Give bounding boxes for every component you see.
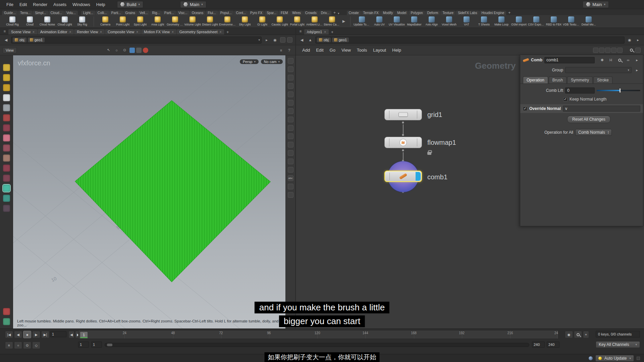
viewport-tool-icon[interactable]: [3, 318, 10, 325]
shelf-tab[interactable]: Grains: [123, 11, 137, 15]
viewport-display-icon[interactable]: [288, 108, 293, 114]
shelf-tab[interactable]: Cloud...: [49, 11, 64, 15]
menubar-item[interactable]: Edit: [16, 1, 30, 8]
scope-icon[interactable]: ◉: [565, 331, 573, 338]
viewport-display-icon[interactable]: [288, 184, 293, 189]
viewport-display-icon[interactable]: [288, 117, 293, 122]
tab-symmetry[interactable]: Symmetry: [567, 76, 593, 83]
shelf-tab[interactable]: Polygon: [409, 11, 425, 15]
pane-menu-icon[interactable]: ≡: [1, 28, 8, 35]
viewport-display-icon[interactable]: [288, 92, 293, 97]
shelf-tool[interactable]: T Sheets: [476, 16, 492, 26]
cook-mode-icon[interactable]: [589, 356, 593, 360]
viewport-display-icon[interactable]: [288, 83, 293, 89]
tab-brush[interactable]: Brush: [549, 76, 567, 83]
path-chip[interactable]: geo1: [332, 38, 349, 42]
shelf-add-tab-button[interactable]: +: [331, 10, 338, 15]
shelf-tab[interactable]: Guide...: [2, 11, 18, 15]
viewport-display-icon[interactable]: [288, 142, 293, 147]
comb-lift-slider[interactable]: [597, 90, 640, 91]
shelf-tab[interactable]: Terra...: [18, 11, 33, 15]
pane-tab[interactable]: Render View ×: [74, 29, 105, 35]
shelf-add-tab-button-2[interactable]: +: [506, 10, 513, 15]
viewport-display-icon[interactable]: [288, 133, 293, 139]
shelf-tool[interactable]: Distant Light: [202, 16, 218, 26]
shelf-tab[interactable]: Modify: [381, 11, 395, 15]
shelf-tool[interactable]: Spot Light: [132, 16, 149, 26]
shelf-tab[interactable]: Model: [395, 11, 408, 15]
viewport-display-icon[interactable]: [288, 167, 293, 173]
list-view-icon[interactable]: [599, 48, 604, 53]
network-menu-item[interactable]: Add: [299, 47, 313, 54]
viewport-display-icon[interactable]: [288, 159, 293, 164]
close-icon[interactable]: ×: [172, 30, 174, 34]
timeline-options-icon[interactable]: +: [583, 331, 589, 338]
shelf-tab[interactable]: Crowds: [303, 11, 319, 15]
grid-view-icon[interactable]: [605, 48, 610, 53]
path-chip[interactable]: obj: [13, 38, 26, 42]
group-dropdown[interactable]: ▾: [565, 67, 632, 73]
network-menu-item[interactable]: Edit: [313, 47, 326, 54]
realtime-toggle-icon[interactable]: ◇: [32, 342, 40, 349]
shelf-tool[interactable]: Stereo Camera: [324, 16, 340, 26]
shelf-tab[interactable]: FEM: [279, 11, 290, 15]
fur-grid-geometry[interactable]: [75, 101, 270, 282]
node-input-socket[interactable]: [402, 134, 404, 136]
link-icon[interactable]: ∞: [625, 57, 632, 63]
viewport-display-icon[interactable]: [288, 100, 293, 106]
viewport-tool-icon[interactable]: [3, 104, 10, 111]
sim-cache-toggle-icon[interactable]: [143, 48, 148, 53]
menubar-item[interactable]: Windows: [69, 1, 93, 8]
shelf-tab[interactable]: Popul...: [218, 11, 234, 15]
persp-view-combo[interactable]: Persp ▾: [240, 59, 259, 64]
shelf-tool[interactable]: Caustic Light: [271, 16, 288, 26]
search-icon[interactable]: [616, 57, 623, 63]
close-icon[interactable]: ×: [69, 30, 71, 34]
pane-tab[interactable]: Composite View ×: [105, 29, 141, 35]
pane-tab[interactable]: Scene View ×: [8, 29, 37, 35]
current-frame-field[interactable]: [50, 331, 66, 337]
houdini-help-icon[interactable]: H: [607, 57, 614, 63]
pane-tab[interactable]: Geometry Spreadsheet ×: [177, 29, 224, 35]
viewport-display-icon[interactable]: [288, 75, 293, 80]
close-icon[interactable]: ×: [324, 30, 326, 34]
snapshot-icon[interactable]: [635, 48, 641, 53]
viewport-tool-icon[interactable]: [3, 94, 10, 101]
shelf-tab[interactable]: Wires: [290, 11, 303, 15]
network-menu-item[interactable]: View: [338, 47, 354, 54]
shelf-tab[interactable]: Spar...: [265, 11, 278, 15]
key-all-channels-dropdown[interactable]: Key All Channels ▾: [596, 341, 640, 348]
shelf-tab[interactable]: Visc...: [176, 11, 190, 15]
desktop-main-combo[interactable]: Main ▾: [583, 1, 609, 8]
shelf-tab[interactable]: Parti...: [109, 11, 123, 15]
add-pane-tab-button[interactable]: +: [329, 30, 335, 35]
viewport-tool-icon[interactable]: [3, 195, 10, 202]
layout-nodes-icon[interactable]: [611, 48, 616, 53]
viewport-tool-icon[interactable]: [3, 84, 10, 91]
shelf-tool[interactable]: OSM Import: [511, 16, 527, 26]
network-menu-item[interactable]: Layout: [370, 47, 389, 54]
menubar-item[interactable]: Assets: [50, 1, 69, 8]
viewport-tool-icon[interactable]: [3, 308, 10, 315]
shelf-tool[interactable]: Cloud Light: [56, 16, 73, 26]
caret-down-icon[interactable]: ▾: [258, 38, 260, 42]
shelf-tool[interactable]: RBD to FBX: [545, 16, 562, 26]
shelf-tool[interactable]: Geometry Light: [167, 16, 183, 26]
shelf-tool[interactable]: Portal Light: [289, 16, 306, 26]
dots-options-icon[interactable]: [617, 48, 623, 53]
close-icon[interactable]: ×: [219, 30, 221, 34]
node-label-grid1[interactable]: grid1: [427, 111, 442, 119]
viewport-tool-icon[interactable]: [3, 165, 10, 172]
shelf-tool[interactable]: CSV Exporter: [528, 16, 545, 26]
play-button[interactable]: ▶: [32, 331, 40, 338]
shelf-tab[interactable]: Simpl...: [33, 11, 48, 15]
pane-tab[interactable]: Motion FX View ×: [141, 29, 176, 35]
shelf-tab[interactable]: Vell...: [138, 11, 150, 15]
snapshot-icon[interactable]: [287, 37, 292, 43]
menubar-item[interactable]: Help: [93, 1, 108, 8]
view-mode-combo[interactable]: View: [3, 47, 17, 53]
gear-icon[interactable]: ✱: [599, 57, 605, 63]
shelf-tab[interactable]: Oceans: [190, 11, 205, 15]
pane-tab[interactable]: Animation Editor ×: [38, 29, 74, 35]
grid-toggle-icon[interactable]: [136, 48, 142, 53]
